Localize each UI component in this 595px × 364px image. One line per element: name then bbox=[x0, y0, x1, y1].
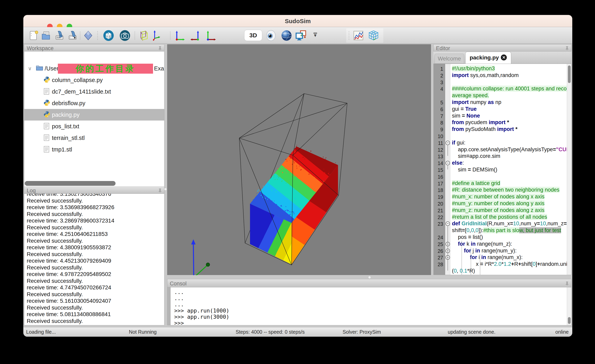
view-axis-2-icon bbox=[190, 30, 201, 41]
new-file-button[interactable] bbox=[28, 30, 40, 41]
plot-chart-button[interactable] bbox=[353, 30, 364, 41]
fold-toggle-icon[interactable]: − bbox=[446, 141, 450, 145]
editor-panel-header[interactable]: Editor bbox=[433, 44, 571, 51]
lattice-cubes-button[interactable] bbox=[368, 30, 379, 41]
visibility-button[interactable] bbox=[265, 30, 277, 41]
log-panel-header[interactable]: Log bbox=[24, 187, 164, 194]
tree-item-terrain_stl.stl[interactable]: terrain_stl.stl bbox=[24, 132, 164, 144]
code-line: for j in range(num_y): bbox=[452, 248, 564, 254]
status-scene: updating scene done. bbox=[448, 329, 496, 335]
log-panel-title: Log bbox=[27, 188, 36, 194]
file-name: dc7_dem_1411slide.txt bbox=[52, 88, 111, 95]
main-toolbar: S T L bbox=[23, 27, 572, 44]
code-line: #num_z: number of nodes along z axis bbox=[452, 207, 564, 213]
view-3d-button[interactable]: 3D bbox=[244, 30, 262, 41]
chevron-down-icon: ▼ bbox=[312, 34, 318, 37]
pin-icon[interactable] bbox=[565, 281, 570, 286]
splitter-handle[interactable] bbox=[368, 276, 371, 279]
view-axis-2-button[interactable] bbox=[190, 30, 201, 41]
toolbar-separator bbox=[170, 31, 170, 40]
pin-icon[interactable] bbox=[157, 188, 163, 193]
new-file-icon bbox=[29, 30, 38, 41]
console-scrollbar-thumb[interactable] bbox=[568, 317, 571, 324]
pin-icon[interactable] bbox=[565, 45, 570, 51]
log-panel-body[interactable]: receive time: 3.130273003340376Received … bbox=[24, 194, 164, 325]
import-mesh-button[interactable] bbox=[54, 30, 65, 41]
console-line: >>> app.run(3000) bbox=[174, 314, 229, 320]
code-editor[interactable]: #!/usr/bin/python3import sys,os,math,ran… bbox=[433, 64, 571, 275]
fold-toggle-icon[interactable]: − bbox=[446, 221, 450, 226]
console-line: ... bbox=[174, 295, 229, 301]
tree-item-tmp1.stl[interactable]: tmp1.stl bbox=[24, 144, 164, 155]
code-line: shift=[0,0,0]):#this part is slow, but j… bbox=[452, 227, 564, 234]
export-mesh-button[interactable] bbox=[67, 30, 78, 41]
screen-sync-icon bbox=[295, 30, 306, 41]
workspace-panel-title: Workspace bbox=[27, 45, 54, 51]
tab-welcome[interactable]: Welcome bbox=[435, 54, 464, 64]
chevron-down-icon[interactable]: ∨ bbox=[28, 65, 32, 72]
tree-item-column_collapse.py[interactable]: column_collapse.py bbox=[24, 74, 164, 86]
screen-sync-button[interactable] bbox=[295, 30, 307, 41]
status-bar: Loading file... Not Running Steps: 4000 … bbox=[23, 327, 572, 337]
log-line: receive time: 3.5369839668273926 bbox=[27, 204, 160, 211]
tab-label: packing.py bbox=[470, 55, 499, 61]
console-panel-body[interactable]: .........>>> app.run(1000)>>> app.run(30… bbox=[167, 287, 571, 325]
toolbar-overflow-button[interactable]: ▼ bbox=[312, 33, 318, 37]
workspace-panel-header[interactable]: Workspace bbox=[24, 44, 164, 51]
folder-icon bbox=[36, 65, 43, 72]
title-bar[interactable]: SudoSim bbox=[23, 15, 572, 27]
fold-toggle-icon[interactable]: − bbox=[446, 255, 450, 260]
file-name: pos_list.txt bbox=[52, 123, 79, 130]
viewport-3d[interactable] bbox=[167, 44, 431, 275]
code-line: if gui: bbox=[452, 140, 564, 146]
fold-toggle-icon[interactable]: − bbox=[446, 242, 450, 246]
wireframe-cube-button[interactable] bbox=[137, 30, 149, 41]
view-axis-1-button[interactable] bbox=[174, 30, 186, 41]
tree-item-debrisflow.py[interactable]: debrisflow.py bbox=[24, 97, 164, 109]
snapshot-button[interactable] bbox=[119, 30, 131, 41]
toolbar-separator bbox=[80, 31, 80, 40]
pin-icon[interactable] bbox=[157, 45, 163, 51]
axes-button[interactable] bbox=[150, 30, 162, 41]
code-line: import numpy as np bbox=[452, 99, 564, 105]
view-axis-3-button[interactable] bbox=[205, 30, 217, 41]
code-line: import sys,os,math,random bbox=[452, 72, 564, 79]
editor-scrollbar[interactable] bbox=[567, 64, 571, 275]
code-line: average speed. bbox=[452, 93, 564, 99]
close-tab-icon[interactable]: ✕ bbox=[501, 55, 507, 60]
code-line: #!/usr/bin/python3 bbox=[452, 65, 564, 72]
file-name: tmp1.stl bbox=[52, 146, 72, 153]
log-line: receive time: 4.747945070266724 bbox=[27, 284, 160, 291]
code-line: sim = None bbox=[452, 113, 564, 119]
fold-toggle-icon[interactable]: − bbox=[446, 161, 450, 165]
toolbar-drag-handle[interactable] bbox=[97, 31, 98, 40]
tree-root-folder[interactable]: ∨ /Users 你的工作目录 Exam bbox=[24, 63, 164, 74]
fold-toggle-icon[interactable]: − bbox=[446, 249, 450, 253]
tab-packing-py[interactable]: packing.py✕ bbox=[465, 52, 511, 64]
editor-scrollbar-thumb[interactable] bbox=[568, 65, 571, 83]
python-file-icon bbox=[43, 111, 50, 119]
toolbar-drag-handle[interactable] bbox=[348, 31, 350, 40]
open-folder-button[interactable] bbox=[41, 30, 52, 41]
log-line: receive time: 5.081134080886841 bbox=[27, 311, 160, 318]
log-line: receive time: 5.161030054092407 bbox=[27, 298, 160, 304]
stl-button[interactable]: S T L bbox=[103, 30, 114, 41]
diamond-tool-button[interactable] bbox=[82, 30, 94, 41]
status-solver: Solver: ProxySim bbox=[343, 329, 381, 335]
console-scrollbar[interactable] bbox=[567, 287, 571, 325]
console-panel-header[interactable]: Consol bbox=[167, 279, 571, 287]
code-line: (0, 0.1*R) bbox=[452, 268, 564, 274]
python-file-icon bbox=[43, 99, 50, 107]
console-left-scrollbar[interactable] bbox=[167, 287, 170, 325]
simulation-scene bbox=[167, 44, 431, 275]
code-text-area[interactable]: #!/usr/bin/python3import sys,os,math,ran… bbox=[452, 64, 564, 275]
web-button[interactable] bbox=[281, 30, 292, 41]
tree-item-pos_list.txt[interactable]: pos_list.txt bbox=[24, 121, 164, 132]
splitter-handle[interactable] bbox=[164, 188, 167, 191]
log-line: Received successfully. bbox=[27, 291, 160, 298]
code-line: from pySudoMath import * bbox=[452, 126, 564, 132]
tree-item-dc7_dem_1411slide.txt[interactable]: dc7_dem_1411slide.txt bbox=[24, 86, 164, 97]
log-line: Received successfully. bbox=[27, 304, 160, 311]
tree-item-packing.py[interactable]: packing.py bbox=[24, 109, 164, 121]
workspace-horizontal-scrollbar[interactable] bbox=[25, 181, 115, 186]
